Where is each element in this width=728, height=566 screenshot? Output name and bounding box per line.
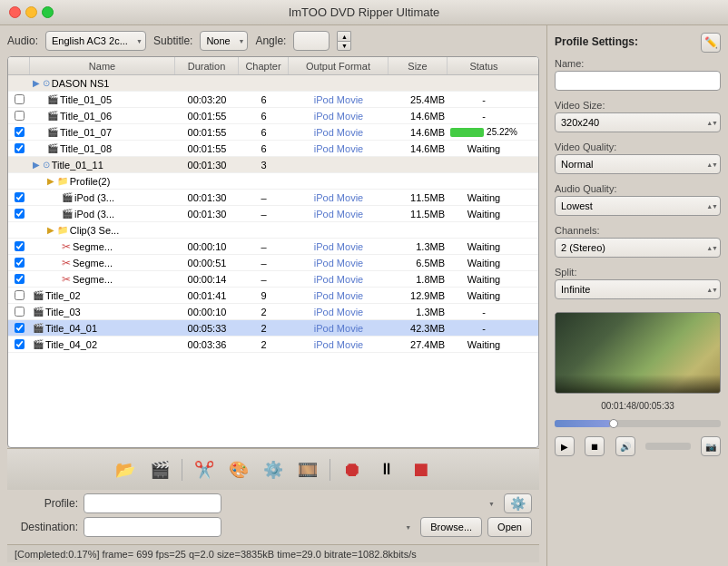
profile-label: Profile: [15, 497, 78, 510]
traffic-lights[interactable] [9, 6, 54, 18]
table-row[interactable]: ▶ ⊙Title_01_1100:01:303 [8, 157, 538, 173]
color-correction-button[interactable]: 🎨 [224, 455, 253, 484]
film-icon: 🎬 [47, 127, 58, 137]
table-row[interactable]: 🎬Title_0300:00:102iPod Movie1.3MB- [8, 304, 538, 320]
row-checkbox[interactable] [8, 143, 30, 153]
row-size: 12.9MB [389, 290, 448, 301]
row-checkbox[interactable] [8, 339, 30, 349]
progress-bar [450, 128, 484, 137]
row-chapter: – [239, 241, 289, 252]
file-list-body[interactable]: ▶ ⊙DASON NS1🎬Title_01_0500:03:206iPod Mo… [8, 75, 538, 447]
video-quality-select-wrapper[interactable]: Normal [555, 154, 721, 174]
audio-quality-group: Audio Quality: Lowest [555, 183, 721, 216]
table-row[interactable]: ✂Segme...00:00:10–iPod Movie1.3MBWaiting [8, 239, 538, 255]
volume-slider[interactable] [645, 443, 691, 450]
open-destination-button[interactable]: Open [487, 517, 532, 537]
table-row[interactable]: 🎬Title_01_0500:03:206iPod Movie25.4MB- [8, 92, 538, 108]
pause-convert-button[interactable]: ⏸ [372, 455, 401, 484]
open-folder-button[interactable]: 📂 [111, 455, 140, 484]
row-format: iPod Movie [289, 94, 389, 105]
row-checkbox[interactable] [8, 192, 30, 202]
profile-settings-button[interactable]: ⚙️ [504, 493, 532, 513]
row-name: 🎬Title_04_02 [30, 339, 175, 350]
angle-up-button[interactable]: ▲ [337, 31, 351, 41]
row-duration: 00:03:36 [175, 339, 239, 350]
channels-select-wrapper[interactable]: 2 (Stereo) [555, 238, 721, 258]
destination-row: Destination: /My Videos Browse... Open [15, 517, 532, 537]
destination-input[interactable]: /My Videos [84, 517, 221, 537]
audio-quality-select[interactable]: Lowest [555, 196, 721, 216]
play-button[interactable]: ▶ [555, 436, 575, 456]
minimize-button[interactable] [25, 6, 37, 18]
subtitle-select-wrapper[interactable]: None [200, 31, 248, 51]
audio-select-wrapper[interactable]: English AC3 2c... [45, 31, 146, 51]
angle-stepper[interactable]: ▲ ▼ [337, 31, 351, 51]
row-checkbox[interactable] [8, 323, 30, 333]
volume-button[interactable]: 🔊 [615, 436, 635, 456]
table-row[interactable]: 🎬Title_01_0800:01:556iPod Movie14.6MBWai… [8, 141, 538, 157]
toolbar-divider-1 [182, 459, 182, 481]
row-checkbox[interactable] [8, 127, 30, 137]
row-duration: 00:01:41 [175, 290, 239, 301]
video-size-select-wrapper[interactable]: 320x240 [555, 112, 721, 132]
right-panel: Profile Settings: ✏️ Name: Title_04_01 V… [546, 25, 728, 566]
settings-btn[interactable]: ⚙️ [259, 455, 288, 484]
angle-down-button[interactable]: ▼ [337, 41, 351, 51]
stop-preview-button[interactable]: ⏹ [585, 436, 605, 456]
name-field-input[interactable]: Title_04_01 [555, 71, 721, 91]
table-row[interactable]: 🎬Title_0200:01:419iPod Movie12.9MBWaitin… [8, 288, 538, 304]
settings-edit-button[interactable]: ✏️ [701, 33, 721, 53]
table-row[interactable]: ▶ 📁Clip(3 Se... [8, 222, 538, 239]
channels-select[interactable]: 2 (Stereo) [555, 238, 721, 258]
table-row[interactable]: ✂Segme...00:00:51–iPod Movie6.5MBWaiting [8, 255, 538, 271]
row-status: - [448, 111, 520, 122]
row-checkbox[interactable] [8, 307, 30, 317]
bottom-fields: Profile: iPod (320x240)MPEG-4 Normal(*.m… [7, 490, 539, 544]
seek-thumb[interactable] [609, 419, 618, 428]
row-size: 14.6MB [389, 143, 448, 154]
video-quality-select[interactable]: Normal [555, 154, 721, 174]
split-select-wrapper[interactable]: Infinite [555, 279, 721, 299]
row-checkbox[interactable] [8, 94, 30, 104]
row-checkbox[interactable] [8, 241, 30, 251]
close-button[interactable] [9, 6, 21, 18]
table-row[interactable]: 🎬Title_04_0200:03:362iPod Movie27.4MBWai… [8, 337, 538, 353]
profile-input[interactable]: iPod (320x240)MPEG-4 Normal(*.mp4) [84, 493, 221, 513]
row-checkbox[interactable] [8, 290, 30, 300]
table-row[interactable]: 🎬Title_01_0600:01:556iPod Movie14.6MB- [8, 108, 538, 124]
table-row[interactable]: 🎬Title_01_0700:01:556iPod Movie14.6MB25.… [8, 124, 538, 141]
row-checkbox[interactable] [8, 274, 30, 284]
row-size: 1.8MB [389, 274, 448, 285]
audio-select[interactable]: English AC3 2c... [45, 31, 146, 51]
seek-bar[interactable] [555, 420, 721, 427]
add-film-button[interactable]: 🎬 [145, 455, 174, 484]
profile-select-wrapper[interactable]: iPod (320x240)MPEG-4 Normal(*.mp4) [84, 493, 498, 513]
angle-input[interactable]: 1 [293, 31, 330, 51]
table-row[interactable]: ▶ ⊙DASON NS1 [8, 75, 538, 92]
row-checkbox[interactable] [8, 258, 30, 268]
film-icon: 🎬 [33, 307, 44, 317]
table-row[interactable]: ✂Segme...00:00:14–iPod Movie1.8MBWaiting [8, 271, 538, 288]
edit-clip-button[interactable]: ✂️ [190, 455, 219, 484]
video-size-select[interactable]: 320x240 [555, 112, 721, 132]
audio-quality-select-wrapper[interactable]: Lowest [555, 196, 721, 216]
row-checkbox[interactable] [8, 209, 30, 219]
table-row[interactable]: ▶ 📁Profile(2) [8, 173, 538, 190]
start-convert-button[interactable]: ⏺ [338, 455, 367, 484]
subtitle-select[interactable]: None [200, 31, 248, 51]
screenshot-button[interactable]: 📷 [701, 436, 721, 456]
row-status: - [448, 307, 520, 317]
maximize-button[interactable] [42, 6, 54, 18]
browse-button[interactable]: Browse... [420, 517, 482, 537]
table-row[interactable]: 🎬iPod (3...00:01:30–iPod Movie11.5MBWait… [8, 190, 538, 206]
film-effect-button[interactable]: 🎞️ [293, 455, 322, 484]
destination-select-wrapper[interactable]: /My Videos [84, 517, 415, 537]
table-row[interactable]: 🎬Title_04_0100:05:332iPod Movie42.3MB- [8, 320, 538, 337]
stop-convert-button[interactable]: ⏹ [407, 455, 436, 484]
split-select[interactable]: Infinite [555, 279, 721, 299]
table-row[interactable]: 🎬iPod (3...00:01:30–iPod Movie11.5MBWait… [8, 206, 538, 222]
row-name: 🎬iPod (3... [30, 192, 175, 203]
split-label: Split: [555, 267, 721, 278]
row-checkbox[interactable] [8, 111, 30, 121]
row-chapter: 6 [239, 111, 289, 122]
